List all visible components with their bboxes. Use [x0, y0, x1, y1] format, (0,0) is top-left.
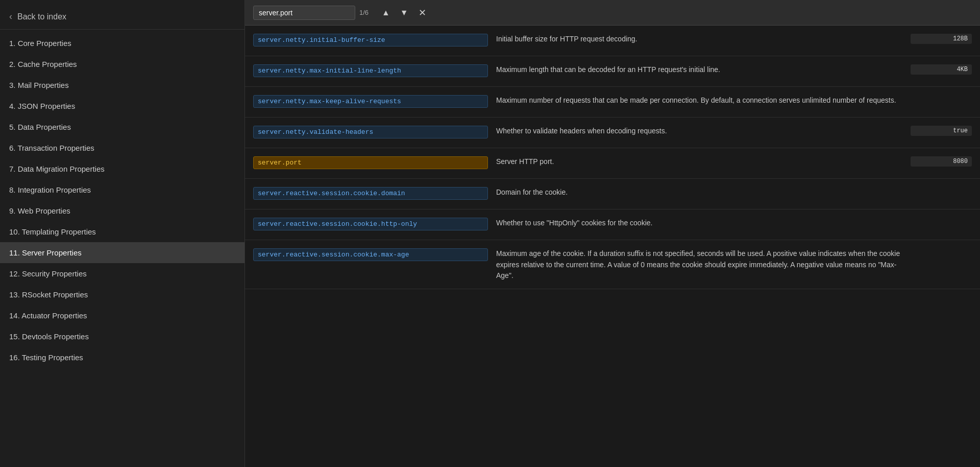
find-count: 1/6	[359, 9, 375, 16]
find-close-button[interactable]: ✕	[415, 6, 429, 19]
prop-description: Maximum age of the cookie. If a duration…	[496, 247, 902, 282]
prop-key: server.netty.max-keep-alive-requests	[253, 95, 488, 108]
sidebar-item-testing[interactable]: 16. Testing Properties	[0, 347, 244, 368]
prop-key: server.port	[253, 156, 488, 169]
prop-key: server.netty.validate-headers	[253, 126, 488, 138]
sidebar-item-actuator[interactable]: 14. Actuator Properties	[0, 305, 244, 326]
prop-description: Server HTTP port.	[496, 155, 902, 168]
prop-description: Whether to validate headers when decodin…	[496, 125, 902, 137]
sidebar-item-templating[interactable]: 10. Templating Properties	[0, 221, 244, 242]
prop-description: Maximum length that can be decoded for a…	[496, 63, 902, 76]
table-row: server.netty.validate-headersWhether to …	[245, 118, 980, 148]
property-table: server.netty.initial-buffer-sizeInitial …	[245, 0, 980, 289]
sidebar-item-integration[interactable]: 8. Integration Properties	[0, 179, 244, 200]
prop-value: 4KB	[911, 64, 972, 75]
sidebar-item-core[interactable]: 1. Core Properties	[0, 33, 244, 54]
prop-description: Maximum number of requests that can be m…	[496, 94, 902, 106]
back-to-index-button[interactable]: ‹ Back to index	[0, 4, 244, 30]
sidebar: ‹ Back to index 1. Core Properties2. Cac…	[0, 0, 245, 467]
find-next-button[interactable]: ▼	[397, 6, 411, 19]
sidebar-item-transaction[interactable]: 6. Transaction Properties	[0, 137, 244, 158]
main-content: 1/6 ▲ ▼ ✕ server.netty.initial-buffer-si…	[245, 0, 980, 467]
prop-value: 128B	[911, 34, 972, 44]
sidebar-item-json[interactable]: 4. JSON Properties	[0, 96, 244, 116]
nav-list: 1. Core Properties2. Cache Properties3. …	[0, 33, 244, 368]
prop-value: 8080	[911, 156, 972, 167]
sidebar-item-web[interactable]: 9. Web Properties	[0, 200, 244, 221]
sidebar-item-security[interactable]: 12. Security Properties	[0, 263, 244, 284]
find-prev-button[interactable]: ▲	[379, 6, 393, 19]
prop-description: Whether to use "HttpOnly" cookies for th…	[496, 217, 902, 229]
table-row: server.netty.initial-buffer-sizeInitial …	[245, 26, 980, 56]
prop-key: server.reactive.session.cookie.domain	[253, 187, 488, 200]
table-row: server.netty.max-keep-alive-requestsMaxi…	[245, 87, 980, 118]
prop-rows-container: server.netty.initial-buffer-sizeInitial …	[245, 26, 980, 289]
sidebar-item-cache[interactable]: 2. Cache Properties	[0, 54, 244, 75]
table-row: server.reactive.session.cookie.max-ageMa…	[245, 240, 980, 289]
sidebar-item-devtools[interactable]: 15. Devtools Properties	[0, 326, 244, 347]
prop-key: server.netty.max-initial-line-length	[253, 64, 488, 77]
chevron-left-icon: ‹	[9, 11, 12, 22]
table-row: server.portServer HTTP port.8080	[245, 148, 980, 179]
back-label: Back to index	[17, 12, 66, 21]
sidebar-item-server[interactable]: 11. Server Properties	[0, 242, 244, 263]
find-bar: 1/6 ▲ ▼ ✕	[245, 0, 980, 26]
sidebar-item-rsocket[interactable]: 13. RSocket Properties	[0, 284, 244, 305]
sidebar-item-mail[interactable]: 3. Mail Properties	[0, 75, 244, 96]
prop-description: Initial buffer size for HTTP request dec…	[496, 33, 902, 45]
prop-key: server.netty.initial-buffer-size	[253, 34, 488, 46]
prop-value: true	[911, 126, 972, 136]
sidebar-item-migration[interactable]: 7. Data Migration Properties	[0, 158, 244, 179]
prop-key: server.reactive.session.cookie.http-only	[253, 218, 488, 230]
find-input[interactable]	[253, 6, 355, 20]
prop-description: Domain for the cookie.	[496, 186, 902, 198]
prop-key: server.reactive.session.cookie.max-age	[253, 248, 488, 261]
table-row: server.netty.max-initial-line-lengthMaxi…	[245, 56, 980, 87]
table-row: server.reactive.session.cookie.domainDom…	[245, 179, 980, 209]
table-row: server.reactive.session.cookie.http-only…	[245, 209, 980, 240]
sidebar-item-data[interactable]: 5. Data Properties	[0, 116, 244, 137]
